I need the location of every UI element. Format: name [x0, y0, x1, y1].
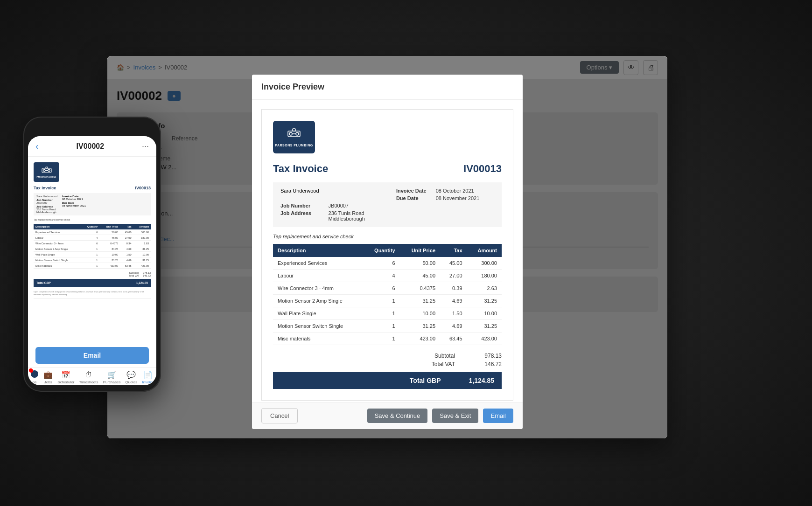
modal-footer: Cancel Save & Continue Save & Exit Email [252, 402, 523, 429]
timesheets-icon: ⏱ [85, 371, 92, 379]
phone-logo-icon [42, 166, 52, 176]
phone-more-options[interactable]: ··· [142, 141, 149, 151]
svg-point-1 [289, 132, 292, 135]
phone-email-btn-area: Email [28, 343, 156, 367]
phone-col-qty: Quantity [81, 224, 100, 229]
jobs-icon: 💼 [43, 370, 53, 379]
nav-label-quotes: Quotes [126, 380, 138, 384]
phone-info-block: Sara Underwood Job Number JB00007 Job Ad… [34, 193, 151, 215]
phone-bottom-nav: ns 💼 Jobs 📅 Scheduler ⏱ Timesheets 🛒 Pur… [28, 367, 156, 385]
nav-item-jobs[interactable]: 💼 Jobs [43, 370, 53, 384]
phone-date-info: Invoice Date 08 October 2021 Due Date 08… [62, 195, 86, 214]
job-num-label: Job Number [280, 203, 319, 208]
svg-rect-4 [293, 129, 295, 131]
table-row: Wall Plate Single110.001.5010.00 [273, 307, 502, 320]
service-description: Tap replacement and service check [273, 234, 502, 239]
phone-notch [64, 123, 120, 132]
table-row: Experienced Services650.0045.00300.00 [34, 229, 151, 235]
phone-col-desc: Description [34, 224, 81, 229]
phone-invoice-table: Description Quantity Unit Price Tax Amou… [34, 224, 151, 269]
customer-name: Sara Underwood [280, 188, 319, 194]
modal-overlay: Invoice Preview [107, 56, 667, 438]
nav-item-ns[interactable]: ns [30, 370, 39, 384]
phone-vat: 146.72 [143, 274, 151, 277]
phone-notch-bar [28, 123, 156, 132]
phone-device: ‹ IV00002 ··· [23, 117, 161, 392]
table-row: Wire Connector 3 - 4mm60.43750.342.63 [34, 241, 151, 246]
phone-terms-text: Upon completion of work and payment of o… [34, 291, 151, 296]
save-exit-button[interactable]: Save & Exit [432, 409, 478, 423]
phone-invoice-header: Tax Invoice IV00013 [34, 186, 151, 190]
nav-item-timesheets[interactable]: ⏱ Timesheets [79, 371, 98, 384]
laptop-screen: 🏠 > Invoices > IV00002 Options ▾ 👁 🖨 IV0… [107, 56, 667, 438]
modal-body: PARSONS PLUMBING Tax Invoice IV00013 Sar… [252, 100, 523, 402]
phone-invoice-title: IV00002 [77, 142, 105, 151]
table-row: Motion Sensor Switch Single131.254.6931.… [273, 320, 502, 333]
phone-back-button[interactable]: ‹ [35, 141, 39, 152]
vat-label: Total VAT [418, 361, 455, 367]
phone-tax-label: Tax Invoice [34, 186, 56, 190]
table-row: Motion Sensor 2 Amp Single131.254.6931.2… [273, 295, 502, 307]
invoice-nav-icon: 📄 [143, 370, 153, 379]
table-row: Wire Connector 3 - 4mm60.43750.392.63 [273, 282, 502, 295]
invoice-table: Description Quantity Unit Price Tax Amou… [273, 244, 502, 345]
table-row: Misc materials1423.0063.45423.00 [34, 263, 151, 269]
phone-total-bar: Total GBP 1,124.85 [34, 279, 151, 287]
modal-title: Invoice Preview [261, 82, 324, 91]
scheduler-icon: 📅 [61, 370, 70, 379]
phone-separator [34, 298, 151, 299]
nav-item-purchases[interactable]: 🛒 Purchases [103, 370, 121, 384]
total-amount: 1,124.85 [469, 377, 495, 384]
col-description: Description [273, 244, 364, 257]
modal-header: Invoice Preview [252, 75, 523, 100]
purchases-icon: 🛒 [107, 370, 117, 379]
invoice-preview-modal: Invoice Preview [252, 75, 523, 429]
due-date-label: Due Date [396, 195, 427, 201]
phone-logo: PARSONS PLUMBING [34, 162, 59, 182]
total-gbp-bar: Total GBP 1,124.85 [273, 372, 502, 389]
nav-label-scheduler: Scheduler [57, 380, 74, 384]
phone-col-tax: Tax [120, 224, 133, 229]
job-addr-value: 236 Tunis RoadMiddlesborough [329, 210, 387, 222]
phone-subtotals: Subtotal 978.13 Total VAT 146.72 [34, 271, 151, 277]
vat-amount: 146.72 [474, 361, 502, 367]
customer-info-block: Sara Underwood Invoice Date 08 October 2… [273, 182, 502, 227]
nav-label-jobs: Jobs [44, 380, 52, 384]
nav-label-ns: ns [33, 380, 36, 384]
job-num-value: JB00007 [329, 203, 387, 208]
nav-item-invoice[interactable]: 📄 Invoice [142, 370, 154, 384]
logo-icon [287, 127, 301, 142]
company-logo: PARSONS PLUMBING [273, 121, 315, 153]
phone-total-label: Total GBP [36, 281, 51, 284]
table-row: Motion Sensor 2 Amp Single131.254.6931.2… [34, 246, 151, 252]
invoice-date-label: Invoice Date [396, 188, 427, 194]
cancel-button[interactable]: Cancel [261, 408, 298, 423]
total-label: Total GBP [410, 377, 441, 384]
invoice-date-value: 08 October 2021 [436, 188, 494, 194]
phone-invoice-num: IV00013 [135, 186, 151, 190]
table-row: Labour445.0027.00180.00 [273, 270, 502, 282]
subtotal-amount: 978.13 [474, 353, 502, 359]
save-continue-button[interactable]: Save & Continue [367, 409, 428, 423]
col-amount: Amount [467, 244, 502, 257]
table-row: Experienced Services650.0045.00300.00 [273, 257, 502, 270]
logo-text: PARSONS PLUMBING [275, 144, 313, 147]
phone-email-button[interactable]: Email [35, 347, 149, 364]
phone-screen: ‹ IV00002 ··· [28, 136, 156, 385]
phone-col-amount: Amount [133, 224, 151, 229]
col-unit-price: Unit Price [400, 244, 440, 257]
phone-topbar: ‹ IV00002 ··· [28, 136, 156, 157]
due-date-value: 08 November 2021 [436, 195, 494, 201]
totals-section: Subtotal 978.13 Total VAT 146.72 [273, 353, 502, 367]
email-button[interactable]: Email [483, 409, 513, 423]
phone-service-desc: Tap replacement and service check [34, 218, 151, 221]
quotes-icon: 💬 [126, 370, 136, 379]
nav-item-quotes[interactable]: 💬 Quotes [126, 370, 138, 384]
phone-col-price: Unit Price [99, 224, 120, 229]
nav-item-scheduler[interactable]: 📅 Scheduler [57, 370, 74, 384]
job-addr-label: Job Address [280, 210, 319, 222]
svg-rect-9 [46, 167, 48, 168]
phone-logo-text: PARSONS PLUMBING [37, 176, 56, 178]
svg-point-2 [296, 132, 299, 135]
svg-point-10 [31, 370, 38, 378]
